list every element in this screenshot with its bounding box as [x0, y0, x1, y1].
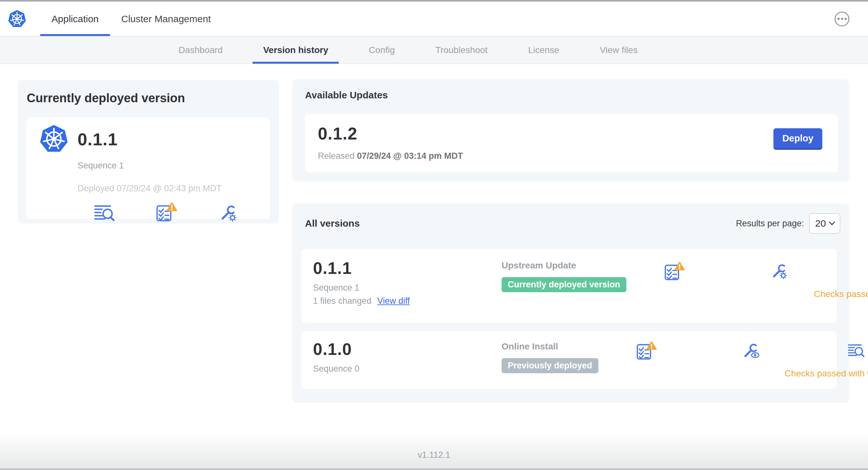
- subnav-dashboard[interactable]: Dashboard: [158, 36, 243, 64]
- status-badge: Currently deployed version: [502, 277, 626, 292]
- row-source: Online Install: [502, 341, 598, 352]
- results-per-page-value: 20: [815, 218, 826, 229]
- all-versions-card: All versions Results per page: 20 0.1.1 …: [292, 203, 849, 403]
- app-header: Application Cluster Management: [0, 0, 868, 36]
- status-badge: Previously deployed: [502, 358, 598, 373]
- released-label: Released: [318, 151, 354, 161]
- results-per-page-select[interactable]: 20: [809, 213, 840, 234]
- deployed-timestamp: Deployed 07/29/24 @ 02:43 pm MDT: [78, 183, 257, 194]
- deployed-version-actions: [76, 203, 257, 222]
- subnav-version-history[interactable]: Version history: [243, 36, 348, 64]
- view-config-icon[interactable]: [703, 343, 800, 359]
- version-row-0-1-1: 0.1.1 Sequence 1 1 files changed View di…: [302, 249, 837, 323]
- view-diff-link[interactable]: View diff: [377, 296, 410, 306]
- subnav-config[interactable]: Config: [348, 36, 415, 64]
- edit-config-icon[interactable]: [200, 204, 257, 222]
- currently-deployed-card: Currently deployed version 0.1.1 Sequenc…: [18, 80, 279, 224]
- preflight-checks-warning-icon[interactable]: [626, 262, 723, 281]
- row-sequence: Sequence 0: [313, 364, 502, 374]
- row-source: Upstream Update: [502, 260, 626, 271]
- row-sequence: Sequence 1: [313, 283, 502, 293]
- subnav-troubleshoot-label: Troubleshoot: [435, 45, 487, 55]
- console-version: v1.112.1: [417, 450, 451, 460]
- currently-deployed-inner: 0.1.1 Sequence 1 Deployed 07/29/24 @ 02:…: [26, 118, 270, 219]
- subnav-view-files-label: View files: [600, 45, 638, 55]
- released-date: 07/29/24 @ 03:14 pm MDT: [357, 151, 463, 161]
- subnav-dashboard-label: Dashboard: [179, 45, 223, 55]
- available-updates-title: Available Updates: [305, 90, 838, 101]
- subnav-license-label: License: [528, 45, 559, 55]
- results-per-page-label: Results per page:: [736, 219, 804, 229]
- subnav-license[interactable]: License: [508, 36, 580, 64]
- kubernetes-logo: [8, 10, 26, 28]
- row-version-number: 0.1.1: [313, 259, 502, 278]
- subnav-troubleshoot[interactable]: Troubleshoot: [415, 36, 508, 64]
- ellipsis-dot: [844, 18, 847, 20]
- available-updates-card: Available Updates 0.1.2 Released 07/29/2…: [292, 79, 849, 181]
- subnav: Dashboard Version history Config Trouble…: [0, 36, 868, 64]
- deployed-sequence: Sequence 1: [78, 161, 257, 171]
- files-changed: 1 files changed: [313, 296, 372, 306]
- subnav-config-label: Config: [369, 45, 395, 55]
- chevron-down-icon: [829, 219, 835, 225]
- deploy-button[interactable]: Deploy: [773, 128, 822, 150]
- release-notes-icon[interactable]: [836, 264, 868, 278]
- release-notes-icon[interactable]: [76, 204, 133, 222]
- version-history-page: Application Cluster Management Dashboard…: [0, 0, 868, 470]
- tab-cluster-management-label: Cluster Management: [121, 13, 211, 25]
- update-released-line: Released 07/29/24 @ 03:14 pm MDT: [318, 151, 463, 161]
- preflight-checks-warning-icon[interactable]: [138, 203, 195, 222]
- ellipsis-dot: [837, 18, 840, 20]
- tab-application-label: Application: [52, 13, 99, 25]
- currently-deployed-title: Currently deployed version: [27, 91, 270, 105]
- preflight-checks-warning-icon[interactable]: [598, 341, 695, 360]
- app-tabs: Application Cluster Management: [40, 2, 222, 36]
- available-update-row: 0.1.2 Released 07/29/24 @ 03:14 pm MDT D…: [305, 114, 838, 172]
- subnav-version-history-label: Version history: [263, 45, 328, 55]
- release-notes-icon[interactable]: [808, 344, 868, 358]
- page-footer: v1.112.1: [0, 432, 868, 470]
- edit-config-icon[interactable]: [731, 263, 828, 279]
- version-row-0-1-0: 0.1.0 Sequence 0 Online Install Previous…: [302, 331, 837, 389]
- kubernetes-logo: [39, 125, 68, 154]
- row-version-number: 0.1.0: [313, 339, 502, 359]
- tab-cluster-management[interactable]: Cluster Management: [110, 2, 222, 36]
- tab-application[interactable]: Application: [40, 2, 110, 36]
- preflight-status-text: Checks passed with warnings: [785, 368, 868, 379]
- ellipsis-icon[interactable]: [835, 11, 849, 26]
- subnav-view-files[interactable]: View files: [580, 36, 658, 64]
- deployed-version-number: 0.1.1: [78, 129, 118, 149]
- update-version-number: 0.1.2: [318, 124, 463, 143]
- ellipsis-dot: [841, 18, 843, 20]
- all-versions-title: All versions: [305, 218, 360, 229]
- preflight-status-text: Checks passed with warnings: [814, 289, 868, 299]
